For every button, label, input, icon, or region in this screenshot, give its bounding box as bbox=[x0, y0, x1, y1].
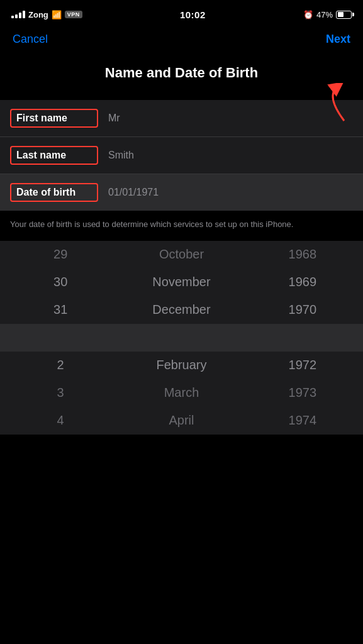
status-left: Zong 📶 VPN bbox=[11, 10, 82, 19]
picker-year-column[interactable]: 1968 1969 1970 1971 1972 1973 1974 bbox=[242, 241, 363, 435]
picker-month-column[interactable]: October November December January Februa… bbox=[121, 241, 242, 435]
signal-bar-3 bbox=[19, 13, 21, 18]
first-name-row[interactable]: First name Mr bbox=[0, 100, 363, 137]
battery-percentage: 47% bbox=[316, 10, 333, 19]
next-button[interactable]: Next bbox=[326, 33, 350, 46]
picker-columns: 29 30 31 1 2 3 4 October November Decemb… bbox=[0, 241, 363, 435]
picker-day-4: 4 bbox=[0, 407, 121, 435]
nav-wrapper: Cancel Next bbox=[0, 28, 363, 53]
carrier-label: Zong bbox=[28, 10, 48, 19]
signal-bars-icon bbox=[11, 11, 25, 18]
picker-year-1968: 1968 bbox=[242, 241, 363, 269]
picker-day-3: 3 bbox=[0, 379, 121, 407]
signal-bar-2 bbox=[15, 14, 18, 18]
date-of-birth-row[interactable]: Date of birth 01/01/1971 bbox=[0, 174, 363, 211]
picker-day-30: 30 bbox=[0, 269, 121, 296]
date-of-birth-value: 01/01/1971 bbox=[108, 187, 159, 198]
picker-month-feb: February bbox=[121, 352, 242, 379]
status-bar: Zong 📶 VPN 10:02 ⏰ 47% bbox=[0, 0, 363, 28]
picker-year-1971: 1971 bbox=[242, 324, 363, 352]
picker-month-apr: April bbox=[121, 407, 242, 435]
picker-month-mar: March bbox=[121, 379, 242, 407]
description-section: Your date of birth is used to determine … bbox=[0, 211, 363, 241]
picker-day-column[interactable]: 29 30 31 1 2 3 4 bbox=[0, 241, 121, 435]
form-section: First name Mr Last name Smith Date of bi… bbox=[0, 100, 363, 211]
signal-bar-1 bbox=[11, 16, 14, 18]
nav-bar: Cancel Next bbox=[0, 28, 363, 53]
first-name-value: Mr bbox=[108, 113, 120, 124]
date-of-birth-label: Date of birth bbox=[10, 183, 98, 202]
last-name-row[interactable]: Last name Smith bbox=[0, 137, 363, 174]
battery-icon bbox=[336, 11, 352, 19]
cancel-button[interactable]: Cancel bbox=[13, 33, 48, 46]
vpn-badge: VPN bbox=[65, 11, 82, 18]
picker-year-1974: 1974 bbox=[242, 407, 363, 435]
status-right: ⏰ 47% bbox=[303, 10, 352, 19]
last-name-label: Last name bbox=[10, 146, 98, 165]
picker-year-1969: 1969 bbox=[242, 269, 363, 296]
picker-month-jan: January bbox=[121, 324, 242, 352]
alarm-icon: ⏰ bbox=[303, 10, 313, 19]
picker-year-1972: 1972 bbox=[242, 352, 363, 379]
status-time: 10:02 bbox=[180, 9, 206, 20]
first-name-label: First name bbox=[10, 109, 98, 128]
picker-month-oct: October bbox=[121, 241, 242, 269]
picker-day-29: 29 bbox=[0, 241, 121, 269]
page-title: Name and Date of Birth bbox=[13, 65, 350, 81]
page-title-section: Name and Date of Birth bbox=[0, 53, 363, 100]
description-text: Your date of birth is used to determine … bbox=[10, 218, 353, 231]
picker-year-1973: 1973 bbox=[242, 379, 363, 407]
wifi-icon: 📶 bbox=[52, 10, 62, 19]
picker-day-31: 31 bbox=[0, 296, 121, 324]
date-picker[interactable]: 29 30 31 1 2 3 4 October November Decemb… bbox=[0, 241, 363, 435]
picker-month-nov: November bbox=[121, 269, 242, 296]
picker-day-2: 2 bbox=[0, 352, 121, 379]
signal-bar-4 bbox=[23, 11, 25, 18]
last-name-value: Smith bbox=[108, 150, 134, 161]
picker-year-1970: 1970 bbox=[242, 296, 363, 324]
picker-day-1: 1 bbox=[0, 324, 121, 352]
picker-month-dec: December bbox=[121, 296, 242, 324]
